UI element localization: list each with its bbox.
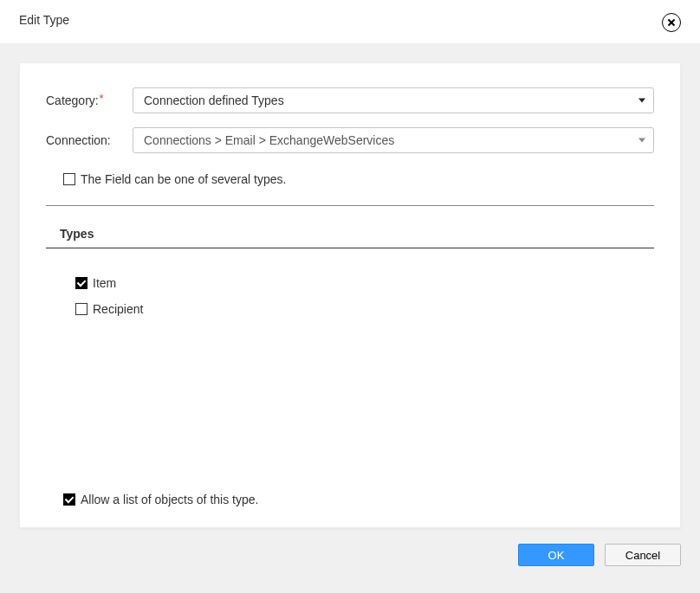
- connection-value: Connections > Email > ExchangeWebService…: [144, 133, 394, 147]
- category-label: Category:*: [46, 93, 133, 107]
- types-list: Item Recipient: [46, 276, 654, 316]
- divider: [46, 248, 654, 248]
- type-item-row: Item: [75, 276, 654, 290]
- type-item-checkbox[interactable]: [75, 277, 88, 289]
- multi-type-checkbox[interactable]: [63, 173, 75, 185]
- multi-type-row: The Field can be one of several types.: [63, 172, 654, 186]
- dialog-footer: OK Cancel: [0, 528, 700, 566]
- allow-list-row: Allow a list of objects of this type.: [63, 493, 654, 506]
- type-item-label: Item: [93, 276, 116, 290]
- ok-button[interactable]: OK: [518, 544, 594, 566]
- category-select[interactable]: Connection defined Types: [133, 87, 654, 113]
- chevron-down-icon: [638, 139, 645, 143]
- allow-list-label: Allow a list of objects of this type.: [81, 493, 258, 506]
- type-recipient-label: Recipient: [93, 302, 143, 316]
- category-row: Category:* Connection defined Types: [46, 87, 654, 113]
- connection-select[interactable]: Connections > Email > ExchangeWebService…: [133, 127, 654, 153]
- types-heading: Types: [60, 227, 654, 241]
- type-recipient-checkbox[interactable]: [75, 303, 88, 315]
- cancel-button[interactable]: Cancel: [605, 544, 681, 566]
- content-panel: Category:* Connection defined Types Conn…: [19, 62, 681, 528]
- divider: [46, 205, 654, 206]
- multi-type-label: The Field can be one of several types.: [81, 172, 286, 186]
- connection-row: Connection: Connections > Email > Exchan…: [46, 127, 654, 153]
- dialog-header: Edit Type: [0, 0, 700, 43]
- close-icon[interactable]: [662, 13, 681, 32]
- dialog-title: Edit Type: [19, 13, 69, 27]
- chevron-down-icon: [638, 99, 645, 103]
- category-value: Connection defined Types: [144, 93, 284, 107]
- required-asterisk: *: [100, 93, 104, 105]
- connection-label: Connection:: [46, 133, 133, 147]
- allow-list-checkbox[interactable]: [63, 493, 75, 506]
- type-recipient-row: Recipient: [75, 302, 654, 316]
